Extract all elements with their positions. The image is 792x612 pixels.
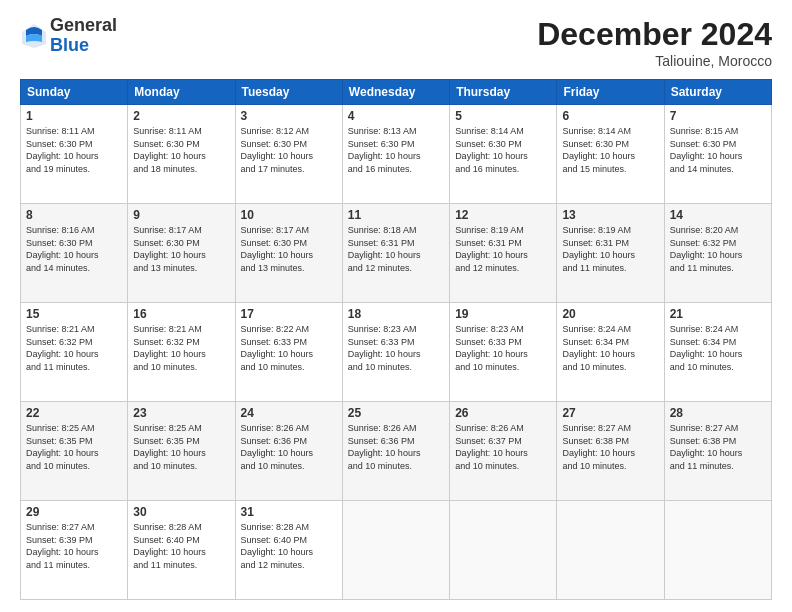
- table-row: 1Sunrise: 8:11 AM Sunset: 6:30 PM Daylig…: [21, 105, 128, 204]
- table-row: 3Sunrise: 8:12 AM Sunset: 6:30 PM Daylig…: [235, 105, 342, 204]
- table-row: 26Sunrise: 8:26 AM Sunset: 6:37 PM Dayli…: [450, 402, 557, 501]
- cell-text: Sunrise: 8:24 AM Sunset: 6:34 PM Dayligh…: [562, 323, 658, 373]
- table-row: 2Sunrise: 8:11 AM Sunset: 6:30 PM Daylig…: [128, 105, 235, 204]
- day-number: 9: [133, 208, 229, 222]
- logo-icon: [20, 22, 48, 50]
- cell-text: Sunrise: 8:15 AM Sunset: 6:30 PM Dayligh…: [670, 125, 766, 175]
- day-number: 28: [670, 406, 766, 420]
- calendar-table: Sunday Monday Tuesday Wednesday Thursday…: [20, 79, 772, 600]
- table-row: 28Sunrise: 8:27 AM Sunset: 6:38 PM Dayli…: [664, 402, 771, 501]
- col-friday: Friday: [557, 80, 664, 105]
- table-row: 7Sunrise: 8:15 AM Sunset: 6:30 PM Daylig…: [664, 105, 771, 204]
- cell-text: Sunrise: 8:21 AM Sunset: 6:32 PM Dayligh…: [26, 323, 122, 373]
- page: General Blue December 2024 Taliouine, Mo…: [0, 0, 792, 612]
- title-location: Taliouine, Morocco: [537, 53, 772, 69]
- day-number: 11: [348, 208, 444, 222]
- table-row: [557, 501, 664, 600]
- cell-text: Sunrise: 8:20 AM Sunset: 6:32 PM Dayligh…: [670, 224, 766, 274]
- table-row: 16Sunrise: 8:21 AM Sunset: 6:32 PM Dayli…: [128, 303, 235, 402]
- table-row: 13Sunrise: 8:19 AM Sunset: 6:31 PM Dayli…: [557, 204, 664, 303]
- day-number: 8: [26, 208, 122, 222]
- cell-text: Sunrise: 8:13 AM Sunset: 6:30 PM Dayligh…: [348, 125, 444, 175]
- cell-text: Sunrise: 8:11 AM Sunset: 6:30 PM Dayligh…: [133, 125, 229, 175]
- table-row: 19Sunrise: 8:23 AM Sunset: 6:33 PM Dayli…: [450, 303, 557, 402]
- calendar-week-row: 8Sunrise: 8:16 AM Sunset: 6:30 PM Daylig…: [21, 204, 772, 303]
- logo-general-text: General: [50, 16, 117, 36]
- cell-text: Sunrise: 8:26 AM Sunset: 6:36 PM Dayligh…: [241, 422, 337, 472]
- table-row: 4Sunrise: 8:13 AM Sunset: 6:30 PM Daylig…: [342, 105, 449, 204]
- cell-text: Sunrise: 8:23 AM Sunset: 6:33 PM Dayligh…: [348, 323, 444, 373]
- col-sunday: Sunday: [21, 80, 128, 105]
- logo-text: General Blue: [50, 16, 117, 56]
- table-row: 23Sunrise: 8:25 AM Sunset: 6:35 PM Dayli…: [128, 402, 235, 501]
- cell-text: Sunrise: 8:28 AM Sunset: 6:40 PM Dayligh…: [241, 521, 337, 571]
- cell-text: Sunrise: 8:19 AM Sunset: 6:31 PM Dayligh…: [455, 224, 551, 274]
- calendar-week-row: 1Sunrise: 8:11 AM Sunset: 6:30 PM Daylig…: [21, 105, 772, 204]
- cell-text: Sunrise: 8:11 AM Sunset: 6:30 PM Dayligh…: [26, 125, 122, 175]
- cell-text: Sunrise: 8:16 AM Sunset: 6:30 PM Dayligh…: [26, 224, 122, 274]
- day-number: 1: [26, 109, 122, 123]
- day-number: 14: [670, 208, 766, 222]
- cell-text: Sunrise: 8:24 AM Sunset: 6:34 PM Dayligh…: [670, 323, 766, 373]
- table-row: 22Sunrise: 8:25 AM Sunset: 6:35 PM Dayli…: [21, 402, 128, 501]
- table-row: [450, 501, 557, 600]
- calendar-week-row: 29Sunrise: 8:27 AM Sunset: 6:39 PM Dayli…: [21, 501, 772, 600]
- day-number: 29: [26, 505, 122, 519]
- calendar-header-row: Sunday Monday Tuesday Wednesday Thursday…: [21, 80, 772, 105]
- cell-text: Sunrise: 8:27 AM Sunset: 6:39 PM Dayligh…: [26, 521, 122, 571]
- cell-text: Sunrise: 8:12 AM Sunset: 6:30 PM Dayligh…: [241, 125, 337, 175]
- cell-text: Sunrise: 8:17 AM Sunset: 6:30 PM Dayligh…: [133, 224, 229, 274]
- header: General Blue December 2024 Taliouine, Mo…: [20, 16, 772, 69]
- day-number: 10: [241, 208, 337, 222]
- title-month: December 2024: [537, 16, 772, 53]
- day-number: 26: [455, 406, 551, 420]
- day-number: 30: [133, 505, 229, 519]
- cell-text: Sunrise: 8:25 AM Sunset: 6:35 PM Dayligh…: [133, 422, 229, 472]
- cell-text: Sunrise: 8:21 AM Sunset: 6:32 PM Dayligh…: [133, 323, 229, 373]
- table-row: 17Sunrise: 8:22 AM Sunset: 6:33 PM Dayli…: [235, 303, 342, 402]
- table-row: 18Sunrise: 8:23 AM Sunset: 6:33 PM Dayli…: [342, 303, 449, 402]
- col-tuesday: Tuesday: [235, 80, 342, 105]
- cell-text: Sunrise: 8:23 AM Sunset: 6:33 PM Dayligh…: [455, 323, 551, 373]
- day-number: 16: [133, 307, 229, 321]
- day-number: 7: [670, 109, 766, 123]
- day-number: 20: [562, 307, 658, 321]
- calendar-week-row: 15Sunrise: 8:21 AM Sunset: 6:32 PM Dayli…: [21, 303, 772, 402]
- cell-text: Sunrise: 8:27 AM Sunset: 6:38 PM Dayligh…: [562, 422, 658, 472]
- table-row: 21Sunrise: 8:24 AM Sunset: 6:34 PM Dayli…: [664, 303, 771, 402]
- table-row: [342, 501, 449, 600]
- day-number: 4: [348, 109, 444, 123]
- day-number: 13: [562, 208, 658, 222]
- cell-text: Sunrise: 8:14 AM Sunset: 6:30 PM Dayligh…: [562, 125, 658, 175]
- col-wednesday: Wednesday: [342, 80, 449, 105]
- day-number: 17: [241, 307, 337, 321]
- table-row: 27Sunrise: 8:27 AM Sunset: 6:38 PM Dayli…: [557, 402, 664, 501]
- table-row: 29Sunrise: 8:27 AM Sunset: 6:39 PM Dayli…: [21, 501, 128, 600]
- day-number: 18: [348, 307, 444, 321]
- day-number: 31: [241, 505, 337, 519]
- col-thursday: Thursday: [450, 80, 557, 105]
- table-row: 14Sunrise: 8:20 AM Sunset: 6:32 PM Dayli…: [664, 204, 771, 303]
- day-number: 24: [241, 406, 337, 420]
- day-number: 6: [562, 109, 658, 123]
- day-number: 15: [26, 307, 122, 321]
- cell-text: Sunrise: 8:22 AM Sunset: 6:33 PM Dayligh…: [241, 323, 337, 373]
- col-monday: Monday: [128, 80, 235, 105]
- logo-blue-text: Blue: [50, 36, 117, 56]
- cell-text: Sunrise: 8:19 AM Sunset: 6:31 PM Dayligh…: [562, 224, 658, 274]
- day-number: 27: [562, 406, 658, 420]
- table-row: 6Sunrise: 8:14 AM Sunset: 6:30 PM Daylig…: [557, 105, 664, 204]
- table-row: 12Sunrise: 8:19 AM Sunset: 6:31 PM Dayli…: [450, 204, 557, 303]
- cell-text: Sunrise: 8:14 AM Sunset: 6:30 PM Dayligh…: [455, 125, 551, 175]
- table-row: 15Sunrise: 8:21 AM Sunset: 6:32 PM Dayli…: [21, 303, 128, 402]
- table-row: 31Sunrise: 8:28 AM Sunset: 6:40 PM Dayli…: [235, 501, 342, 600]
- cell-text: Sunrise: 8:26 AM Sunset: 6:37 PM Dayligh…: [455, 422, 551, 472]
- table-row: 24Sunrise: 8:26 AM Sunset: 6:36 PM Dayli…: [235, 402, 342, 501]
- logo: General Blue: [20, 16, 117, 56]
- title-block: December 2024 Taliouine, Morocco: [537, 16, 772, 69]
- day-number: 3: [241, 109, 337, 123]
- day-number: 2: [133, 109, 229, 123]
- table-row: 11Sunrise: 8:18 AM Sunset: 6:31 PM Dayli…: [342, 204, 449, 303]
- table-row: 5Sunrise: 8:14 AM Sunset: 6:30 PM Daylig…: [450, 105, 557, 204]
- table-row: 9Sunrise: 8:17 AM Sunset: 6:30 PM Daylig…: [128, 204, 235, 303]
